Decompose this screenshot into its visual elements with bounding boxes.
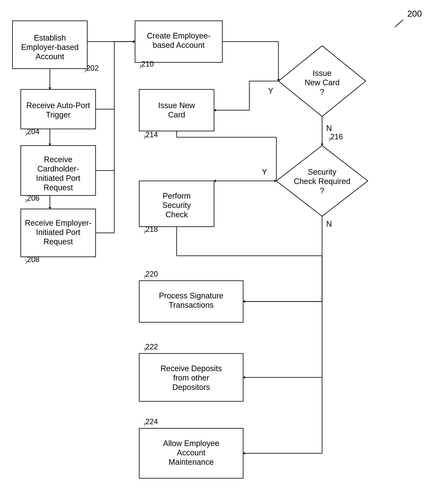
label-210: 210 [141,60,154,68]
label-224: 224 [145,417,158,426]
create-employee-label1: Create Employee- [147,31,210,40]
issue-new-card-diamond-label2: New Card [305,78,340,87]
label-216: 216 [330,133,343,141]
establish-account-label: Establish [34,34,66,42]
receive-deposits-label2: from other [173,373,209,382]
receive-autoport-label: Receive Auto-Port [26,101,90,110]
create-employee-label2: based Account [153,41,205,50]
perform-security-label3: Check [165,210,188,219]
receive-deposits-label3: Depositors [172,383,210,392]
svg-line-2 [395,20,403,27]
establish-account-label2: Employer-based [21,43,79,51]
y-label-issue: Y [268,86,273,95]
label-214: 214 [145,130,158,139]
label-218: 218 [145,225,158,234]
issue-new-card-box [139,89,214,131]
perform-security-label2: Security [162,201,191,210]
process-signature-label2: Transactions [169,301,214,309]
issue-new-card-box-label1: Issue New [158,101,195,110]
receive-cardholder-label1: Receive [44,155,72,164]
label-222: 222 [145,342,158,351]
receive-employer-label3: Request [43,237,73,246]
n-label-security: N [326,219,332,228]
receive-cardholder-label4: Request [43,183,73,192]
security-check-diamond-label3: ? [320,186,324,195]
security-check-diamond-label1: Security [308,168,336,176]
receive-autoport-label2: Trigger [46,110,71,119]
receive-cardholder-label2: Cardholder- [37,165,79,173]
receive-employer-label2: Initiated Port [36,228,80,237]
perform-security-label1: Perform [162,191,191,200]
receive-deposits-label1: Receive Deposits [160,364,222,373]
svg-marker-10 [321,144,323,146]
allow-employee-label1: Allow Employee [163,439,219,448]
issue-new-card-diamond-label3: ? [320,87,324,96]
issue-new-card-diamond-label1: Issue [313,69,332,78]
allow-employee-label2: Account [177,448,206,457]
security-check-diamond-label2: Check Required [294,177,350,186]
label-220: 220 [145,270,158,278]
allow-employee-label3: Maintenance [169,458,214,466]
flowchart-container: 200 Establish Employer-based Account 202… [0,0,448,503]
y-label-security: Y [262,168,267,176]
n-label-issue: N [326,124,332,133]
receive-employer-label1: Receive Employer- [25,218,92,227]
establish-account-label3: Account [35,52,64,61]
label-204: 204 [27,127,39,136]
receive-cardholder-label3: Initiated Port [36,174,80,183]
process-signature-label1: Process Signature [159,291,224,300]
issue-new-card-box-label2: Card [168,110,185,119]
diagram-number: 200 [407,9,422,18]
label-206: 206 [27,194,39,202]
label-208: 208 [27,255,39,264]
label-202: 202 [86,64,99,72]
